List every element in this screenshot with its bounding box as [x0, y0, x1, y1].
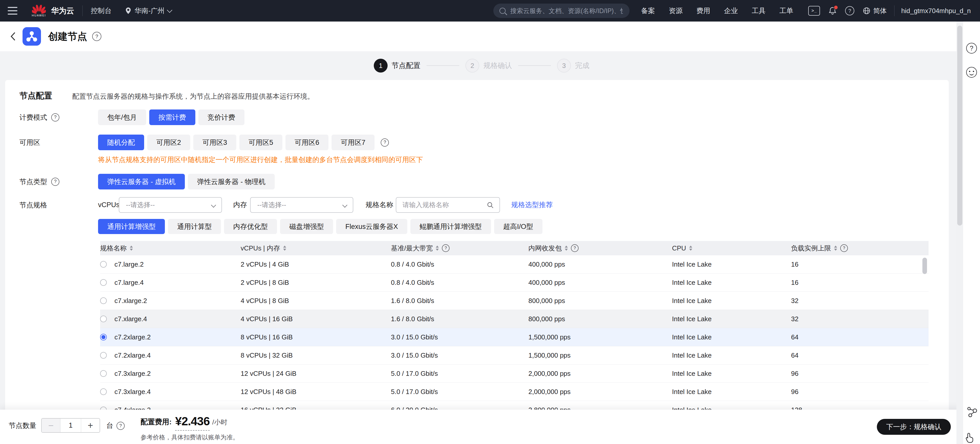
footer-bar: 节点数量 − + 台 ? 配置费用: ¥2.436 /小时 参考价格，具体扣费请…: [0, 410, 963, 444]
topbar-menu-item-3[interactable]: 企业: [717, 6, 745, 15]
increase-button[interactable]: +: [81, 418, 100, 432]
az-help-icon[interactable]: ?: [381, 139, 389, 147]
table-row[interactable]: c7.2xlarge.28 vCPUs | 16 GiB3.0 / 15.0 G…: [100, 328, 929, 347]
column-help-icon[interactable]: ?: [840, 244, 848, 252]
rail-gesture-button[interactable]: [965, 432, 975, 444]
row-radio[interactable]: [100, 334, 107, 340]
language-selector[interactable]: 简体: [862, 6, 886, 15]
sort-icon[interactable]: [130, 246, 133, 251]
page-title-help-icon[interactable]: ?: [92, 32, 101, 41]
topbar-menu-item-5[interactable]: 工单: [772, 6, 800, 15]
location-pin-icon: [125, 7, 132, 14]
table-scrollbar-thumb[interactable]: [923, 258, 927, 274]
billing-option-1[interactable]: 按需计费: [149, 109, 195, 125]
vcpus-select[interactable]: --请选择--: [119, 197, 222, 213]
cell-text: 5.0 / 17.0 Gbit/s: [391, 370, 438, 378]
rail-feedback-button[interactable]: [966, 67, 977, 78]
column-label: 基准/最大带宽: [391, 244, 433, 253]
cell-text: 96: [791, 370, 799, 378]
row-radio[interactable]: [100, 352, 107, 359]
az-option-5[interactable]: 可用区7: [331, 134, 375, 150]
spec-tab-4[interactable]: Flexus云服务器X: [336, 219, 407, 234]
row-radio[interactable]: [100, 261, 107, 268]
node-type-option-0[interactable]: 弹性云服务器 - 虚拟机: [98, 174, 185, 190]
question-icon: ?: [845, 6, 854, 15]
brand-name[interactable]: 华为云: [51, 6, 74, 16]
table-row[interactable]: c7.large.22 vCPUs | 4 GiB0.8 / 4.0 Gbit/…: [100, 256, 929, 273]
table-row[interactable]: c7.2xlarge.48 vCPUs | 32 GiB3.0 / 15.0 G…: [100, 347, 929, 364]
spec-tab-0[interactable]: 通用计算增强型: [98, 219, 165, 234]
region-selector[interactable]: 华南-广州: [125, 6, 172, 15]
sort-icon[interactable]: [283, 246, 286, 251]
notifications-button[interactable]: [828, 6, 837, 15]
topbar-menu-item-2[interactable]: 费用: [689, 6, 717, 15]
topbar-menu-item-1[interactable]: 资源: [662, 6, 689, 15]
spec-tab-2[interactable]: 内存优化型: [224, 219, 277, 234]
sort-icon[interactable]: [436, 246, 439, 251]
node-type-help-icon[interactable]: ?: [51, 178, 59, 186]
sort-icon[interactable]: [565, 246, 568, 251]
back-button[interactable]: [10, 32, 16, 41]
row-cell-max_load: 64: [791, 333, 929, 341]
wizard-step-3[interactable]: 3完成: [557, 59, 589, 73]
az-option-2[interactable]: 可用区3: [193, 134, 236, 150]
sort-icon[interactable]: [689, 246, 692, 251]
table-row[interactable]: c7.3xlarge.412 vCPUs | 48 GiB5.0 / 17.0 …: [100, 383, 929, 401]
spec-recommend-link[interactable]: 规格选型推荐: [511, 197, 553, 213]
rail-help-button[interactable]: ?: [966, 43, 977, 54]
decrease-button[interactable]: −: [42, 418, 60, 432]
table-row[interactable]: c7.xlarge.24 vCPUs | 8 GiB1.6 / 8.0 Gbit…: [100, 292, 929, 310]
spec-tab-3[interactable]: 磁盘增强型: [280, 219, 333, 234]
column-help-icon[interactable]: ?: [442, 244, 450, 252]
cli-button[interactable]: >_: [808, 6, 820, 16]
row-radio[interactable]: [100, 316, 107, 322]
wizard-step-2[interactable]: 2规格确认: [465, 59, 512, 73]
step-connector: [426, 65, 459, 66]
search-icon[interactable]: [487, 201, 494, 209]
row-radio[interactable]: [100, 279, 107, 286]
memory-select[interactable]: --请选择--: [250, 197, 353, 213]
az-option-3[interactable]: 可用区5: [239, 134, 282, 150]
cell-text: Intel Ice Lake: [672, 370, 712, 378]
column-help-icon[interactable]: ?: [571, 244, 579, 252]
cell-text: 8 vCPUs | 32 GiB: [241, 351, 293, 359]
row-cell-cpu: Intel Ice Lake: [672, 315, 791, 323]
console-link[interactable]: 控制台: [91, 6, 111, 15]
az-option-4[interactable]: 可用区6: [285, 134, 328, 150]
billing-option-0[interactable]: 包年/包月: [98, 109, 146, 125]
help-button[interactable]: ?: [845, 6, 854, 15]
topbar-menu-item-4[interactable]: 工具: [745, 6, 772, 15]
huawei-logo[interactable]: HUAWEI: [32, 5, 46, 17]
row-radio[interactable]: [100, 370, 107, 377]
spec-tab-6[interactable]: 超高I/O型: [494, 219, 542, 234]
page-scrollbar-thumb[interactable]: [957, 26, 963, 225]
rail-assistant-button[interactable]: [966, 406, 978, 420]
az-option-0[interactable]: 随机分配: [98, 134, 144, 150]
wizard-step-1[interactable]: 1节点配置: [374, 59, 420, 73]
row-radio[interactable]: [100, 388, 107, 395]
billing-help-icon[interactable]: ?: [51, 113, 59, 121]
spec-tab-1[interactable]: 通用计算型: [168, 219, 221, 234]
node-count-input[interactable]: [60, 418, 81, 432]
global-search[interactable]: [493, 3, 630, 18]
table-row[interactable]: c7.xlarge.44 vCPUs | 16 GiB1.6 / 8.0 Gbi…: [100, 310, 929, 328]
topbar-menu-item-0[interactable]: 备案: [634, 6, 662, 15]
billing-option-2[interactable]: 竞价计费: [199, 109, 245, 125]
spec-name-input[interactable]: [402, 201, 487, 209]
table-row[interactable]: c7.large.42 vCPUs | 8 GiB0.8 / 4.0 Gbit/…: [100, 273, 929, 292]
row-radio[interactable]: [100, 297, 107, 304]
table-row[interactable]: c7.3xlarge.212 vCPUs | 24 GiB5.0 / 17.0 …: [100, 364, 929, 383]
hamburger-menu-icon[interactable]: [8, 7, 18, 14]
next-step-button[interactable]: 下一步：规格确认: [877, 419, 951, 435]
az-option-1[interactable]: 可用区2: [147, 134, 190, 150]
account-name[interactable]: hid_gtmx704mhpu_d_n: [901, 7, 971, 15]
cell-text: 5.0 / 17.0 Gbit/s: [391, 388, 438, 396]
cell-text: 8 vCPUs | 16 GiB: [241, 333, 293, 341]
spec-tab-5[interactable]: 鲲鹏通用计算增强型: [410, 219, 491, 234]
spec-type-tabs: 通用计算增强型通用计算型内存优化型磁盘增强型Flexus云服务器X鲲鹏通用计算增…: [98, 219, 546, 234]
sort-icon[interactable]: [834, 246, 837, 251]
search-input[interactable]: [510, 7, 624, 15]
node-type-option-1[interactable]: 弹性云服务器 - 物理机: [188, 174, 275, 190]
row-cell-name: c7.xlarge.4: [100, 315, 241, 323]
node-count-help-icon[interactable]: ?: [116, 422, 125, 430]
